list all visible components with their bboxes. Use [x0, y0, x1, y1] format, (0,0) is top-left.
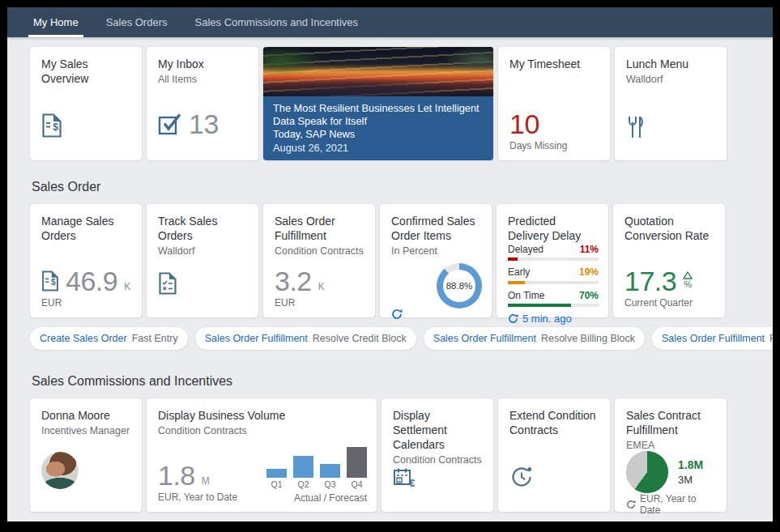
- delay-value: 70%: [579, 290, 599, 301]
- tile-predicted-delivery-delay[interactable]: Predicted Delivery Delay Delayed11% Earl…: [497, 204, 608, 317]
- value-scale: K: [124, 281, 130, 292]
- tile-display-business-volume[interactable]: Display Business Volume Condition Contra…: [147, 398, 377, 512]
- link-resolve-credit-block[interactable]: Sales Order Fulfillment Resolve Credit B…: [195, 327, 416, 350]
- tile-title: Manage Sales Orders: [41, 215, 132, 244]
- delay-bar: [508, 281, 525, 284]
- tile-sales-order-fulfillment[interactable]: Sales Order Fulfillment Condition Contra…: [263, 204, 375, 317]
- tile-footer: [158, 140, 249, 152]
- bar-q4-forecast: [347, 447, 367, 478]
- bar-group: [266, 445, 367, 478]
- tile-news[interactable]: The Most Resilient Businesses Let Intell…: [263, 47, 493, 160]
- tile-my-sales-overview[interactable]: My Sales Overview $: [30, 47, 142, 160]
- triangle-up-icon: [683, 271, 693, 279]
- tab-my-home[interactable]: My Home: [32, 7, 80, 37]
- refresh-icon[interactable]: [508, 313, 518, 324]
- checklist-document-icon: [158, 272, 177, 295]
- link-detail: Resolve Delivery Block: [769, 333, 773, 344]
- inbox-count: 13: [189, 110, 219, 138]
- tile-title: Track Sales Orders: [158, 215, 249, 244]
- tile-title: Lunch Menu: [626, 57, 717, 72]
- commissions-tile-row: Donna Moore Incentives Manager Display B…: [30, 398, 773, 512]
- delivery-delay-chart: Delayed11% Early19% On Time70%: [508, 244, 599, 313]
- avatar: [41, 452, 79, 489]
- person-role: Incentives Manager: [41, 425, 132, 436]
- delay-label: Delayed: [508, 244, 543, 255]
- svg-text:1: 1: [398, 477, 401, 483]
- currency-period-label: EUR, Year to Date: [158, 492, 237, 504]
- tile-subtitle: In Percent: [391, 245, 482, 257]
- settlement-calendar-euro-icon: 1€: [393, 466, 416, 489]
- link-resolve-billing-block[interactable]: Sales Order Fulfillment Resolve Billing …: [424, 327, 645, 350]
- business-volume-value: 1.8: [158, 462, 195, 489]
- refresh-row: EUR, Year to Date: [626, 493, 717, 516]
- link-action: Sales Order Fulfillment: [662, 333, 765, 344]
- tile-title: Predicted Delivery Delay: [508, 215, 599, 244]
- tile-sales-contract-fulfillment[interactable]: Sales Contract Fulfillment EMEA 1.8M 3M …: [615, 398, 727, 512]
- bar-labels: Q1 Q2 Q3 Q4: [266, 479, 367, 489]
- svg-text:$: $: [53, 121, 58, 133]
- tile-subtitle: Condition Contracts: [393, 454, 484, 466]
- bar-q2: [293, 456, 313, 478]
- tab-sales-orders[interactable]: Sales Orders: [104, 7, 169, 37]
- link-resolve-delivery-block[interactable]: Sales Order Fulfillment Resolve Delivery…: [652, 327, 773, 350]
- value-scale: K: [318, 281, 325, 292]
- tile-title: My Inbox: [158, 57, 249, 72]
- tile-footer: [509, 492, 600, 504]
- tile-quotation-conversion-rate[interactable]: Quotation Conversion Rate 17.3 % Current…: [613, 204, 725, 317]
- tile-footer: [158, 297, 249, 309]
- trend-up-indicator: %: [683, 271, 693, 289]
- tile-donna-moore[interactable]: Donna Moore Incentives Manager: [30, 398, 142, 512]
- news-photo: [263, 47, 493, 96]
- delay-row-early: Early19%: [508, 266, 599, 283]
- tile-title: My Timesheet: [509, 57, 600, 72]
- period-label: Current Quarter: [624, 297, 715, 309]
- section-title-sales-order: Sales Order: [32, 180, 773, 194]
- timesheet-days-missing-value: 10: [509, 110, 539, 138]
- last-updated-text: 5 min. ago: [522, 313, 572, 325]
- tile-title: Display Settlement Calendars: [393, 409, 484, 453]
- tile-title: Sales Contract Fulfillment: [626, 409, 717, 438]
- value-scale: M: [202, 475, 210, 487]
- contract-target-value: 3M: [678, 474, 703, 486]
- inbox-check-icon: [158, 113, 182, 135]
- bar-q3: [320, 464, 340, 478]
- refresh-icon[interactable]: [391, 309, 403, 320]
- tile-confirmed-sales-order-items[interactable]: Confirmed Sales Order Items In Percent 8…: [380, 204, 492, 317]
- contract-pie: [626, 451, 668, 493]
- delay-row-delayed: Delayed11%: [508, 244, 599, 261]
- refresh-icon[interactable]: [626, 500, 636, 509]
- tile-title: Quotation Conversion Rate: [624, 215, 715, 244]
- news-date: August 26, 2021: [273, 142, 484, 154]
- tile-manage-sales-orders[interactable]: Manage Sales Orders $ 46.9 K EUR: [30, 204, 142, 317]
- tile-track-sales-orders[interactable]: Track Sales Orders Walldorf: [147, 204, 258, 317]
- tile-subtitle: Walldorf: [158, 245, 249, 257]
- link-detail: Fast Entry: [132, 333, 178, 344]
- confirmed-donut-chart: 88.8%: [437, 263, 482, 309]
- delay-bar: [508, 257, 518, 261]
- delay-label: On Time: [508, 290, 544, 301]
- link-detail: Resolve Credit Block: [313, 333, 407, 344]
- tile-footer: [626, 140, 717, 152]
- tile-subtitle: Condition Contracts: [275, 245, 365, 257]
- link-create-sales-order-fast-entry[interactable]: Create Sales Order Fast Entry: [30, 327, 188, 350]
- currency-label: EUR: [275, 297, 365, 309]
- tile-display-settlement-calendars[interactable]: Display Settlement Calendars Condition C…: [381, 398, 493, 512]
- tab-sales-commissions[interactable]: Sales Commissions and Incentives: [194, 7, 360, 37]
- tile-extend-condition-contracts[interactable]: Extend Condition Contracts: [498, 398, 610, 512]
- tile-my-timesheet[interactable]: My Timesheet 10 Days Missing: [498, 47, 610, 160]
- tile-title: Display Business Volume: [158, 409, 367, 423]
- quotation-rate-value: 17.3: [624, 267, 676, 295]
- tile-lunch-menu[interactable]: Lunch Menu Walldorf: [615, 47, 727, 160]
- fulfillment-value: 3.2: [275, 267, 312, 295]
- meal-utensils-icon: [626, 115, 644, 138]
- manage-orders-value: 46.9: [66, 267, 117, 295]
- sales-order-tile-row: Manage Sales Orders $ 46.9 K EUR Track S…: [30, 204, 773, 317]
- contract-actual-value: 1.8M: [678, 458, 703, 471]
- tile-footer: [41, 140, 132, 152]
- refresh-row: [391, 309, 482, 320]
- delay-value: 11%: [580, 244, 599, 255]
- svg-text:€: €: [409, 477, 415, 489]
- sales-document-icon: $: [41, 270, 59, 292]
- bar-q1: [266, 469, 287, 478]
- tile-my-inbox[interactable]: My Inbox All Items 13: [147, 47, 258, 160]
